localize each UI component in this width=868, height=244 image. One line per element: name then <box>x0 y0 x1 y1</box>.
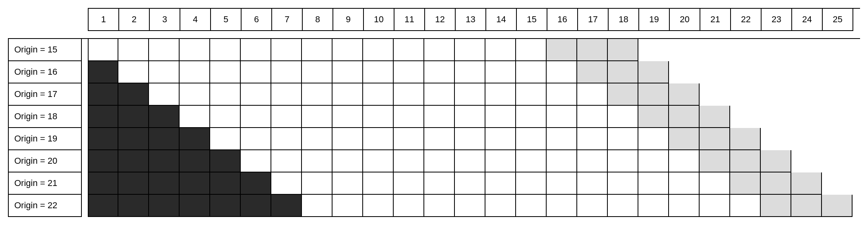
cell <box>118 150 149 172</box>
column-header: 21 <box>700 9 731 31</box>
cell <box>485 172 516 195</box>
cell <box>241 61 271 83</box>
cell <box>822 195 853 217</box>
cell <box>149 61 180 83</box>
cell <box>424 106 455 128</box>
cell <box>302 172 333 195</box>
column-header: 9 <box>333 9 364 31</box>
cell <box>394 39 424 61</box>
cell <box>424 83 455 106</box>
gap <box>82 128 88 150</box>
row-label: Origin = 20 <box>8 150 82 172</box>
cell <box>210 83 241 106</box>
cell <box>608 195 638 217</box>
gap <box>82 150 88 172</box>
cell <box>577 83 608 106</box>
cell <box>516 106 547 128</box>
cell <box>333 106 363 128</box>
cell <box>302 195 333 217</box>
cell <box>577 195 608 217</box>
row-label: Origin = 17 <box>8 83 82 106</box>
cell <box>363 61 394 83</box>
cell <box>547 83 577 106</box>
cell <box>333 39 363 61</box>
cell <box>88 83 118 106</box>
cell <box>180 39 210 61</box>
cell <box>271 172 302 195</box>
column-header-row: 1234567891011121314151617181920212223242… <box>88 8 860 31</box>
cell <box>669 172 700 195</box>
cell <box>210 172 241 195</box>
cell <box>363 195 394 217</box>
cell <box>180 83 210 106</box>
cell <box>210 150 241 172</box>
column-header: 12 <box>425 9 456 31</box>
cell <box>516 83 547 106</box>
cell <box>455 128 485 150</box>
column-header: 14 <box>486 9 517 31</box>
cell <box>88 106 118 128</box>
column-header: 8 <box>303 9 333 31</box>
row-label: Origin = 15 <box>8 39 82 61</box>
column-header: 17 <box>578 9 609 31</box>
cell <box>180 172 210 195</box>
cell <box>424 150 455 172</box>
cell <box>149 150 180 172</box>
table-row: Origin = 18 <box>8 106 860 128</box>
cell <box>608 39 638 61</box>
column-header: 3 <box>150 9 180 31</box>
cell <box>791 195 822 217</box>
cell <box>516 61 547 83</box>
cell <box>608 150 638 172</box>
cell <box>302 150 333 172</box>
cell <box>485 61 516 83</box>
cell <box>761 150 791 172</box>
origin-window-diagram: 1234567891011121314151617181920212223242… <box>8 8 860 217</box>
cell <box>333 61 363 83</box>
gap <box>82 172 88 195</box>
cell <box>271 83 302 106</box>
column-header: 24 <box>792 9 823 31</box>
cell <box>118 39 149 61</box>
cell <box>210 128 241 150</box>
cell <box>516 150 547 172</box>
column-header: 20 <box>670 9 700 31</box>
cell <box>149 195 180 217</box>
cell <box>241 150 271 172</box>
cell <box>394 106 424 128</box>
cell <box>608 128 638 150</box>
column-header: 18 <box>609 9 639 31</box>
column-header: 13 <box>456 9 486 31</box>
cell <box>88 61 118 83</box>
cell <box>485 150 516 172</box>
cell <box>424 39 455 61</box>
row-label: Origin = 19 <box>8 128 82 150</box>
column-header: 2 <box>119 9 150 31</box>
cell <box>363 128 394 150</box>
cell <box>761 195 791 217</box>
cell <box>271 106 302 128</box>
cell <box>149 39 180 61</box>
cell <box>118 195 149 217</box>
cell <box>241 172 271 195</box>
cell <box>394 150 424 172</box>
cell <box>333 128 363 150</box>
cell <box>241 106 271 128</box>
table-row: Origin = 21 <box>8 172 860 195</box>
cell <box>118 61 149 83</box>
table-row: Origin = 15 <box>8 39 860 61</box>
cell <box>363 172 394 195</box>
column-header: 10 <box>364 9 394 31</box>
cell <box>761 172 791 195</box>
cell <box>577 106 608 128</box>
cell <box>271 39 302 61</box>
cell <box>88 39 118 61</box>
cell <box>180 61 210 83</box>
cell <box>485 39 516 61</box>
row-label: Origin = 16 <box>8 61 82 83</box>
gap <box>82 106 88 128</box>
cell <box>149 106 180 128</box>
cell <box>577 172 608 195</box>
cell <box>271 61 302 83</box>
cell <box>547 150 577 172</box>
